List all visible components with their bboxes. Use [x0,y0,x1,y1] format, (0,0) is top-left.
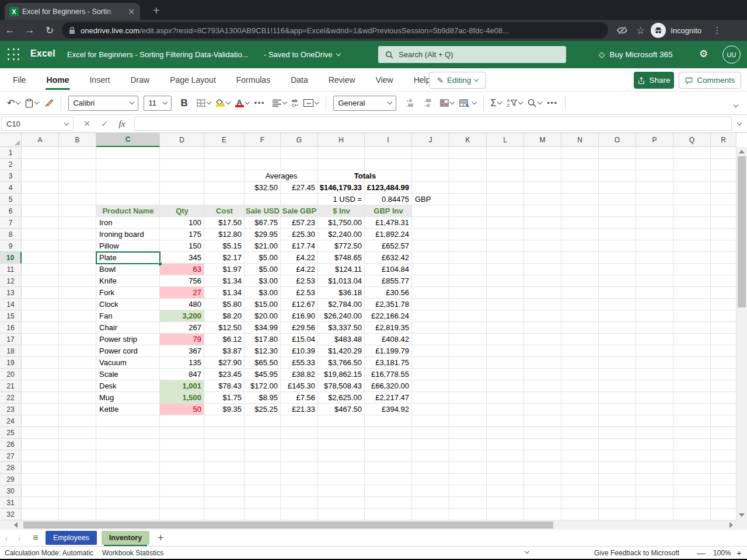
cell-C23-product[interactable]: Kettle [96,404,160,415]
insert-function-icon[interactable]: fx [113,119,131,129]
alignment-button[interactable] [273,99,287,107]
cell-G17[interactable]: £15.04 [281,334,318,345]
formula-input[interactable] [134,117,732,131]
column-header-J[interactable]: J [412,133,449,147]
row-header-3[interactable]: 3 [0,170,22,182]
reload-icon[interactable]: ↻ [40,24,60,37]
cell-C19-product[interactable]: Vacuum [96,357,160,369]
document-title[interactable]: Excel for Beginners - Sorting Filtering … [67,50,248,59]
cell-F15[interactable]: $20.00 [245,310,281,322]
paste-button[interactable] [25,99,39,108]
row-header-1[interactable]: 1 [0,147,22,159]
cell-E22[interactable]: $1.75 [204,392,245,404]
font-size-select[interactable]: 11 [144,96,172,111]
increase-decimal-button[interactable]: .00→0 [423,99,431,107]
cell-E9[interactable]: $5.15 [204,240,245,252]
row-header-21[interactable]: 21 [0,380,22,392]
selected-cell-outline[interactable] [96,251,160,264]
cell-D17-qty[interactable]: 79 [160,334,204,345]
row-header-19[interactable]: 19 [0,357,22,369]
column-header-A[interactable]: A [22,133,59,147]
cell-E14[interactable]: $5.80 [204,299,245,310]
expand-formula-bar-icon[interactable] [737,120,742,125]
row-header-13[interactable]: 13 [0,287,22,299]
more-font-options[interactable]: ••• [254,99,266,107]
cell-E8[interactable]: $12.80 [204,229,245,240]
cell-D10-qty[interactable]: 345 [160,252,204,264]
scroll-right-icon[interactable] [729,522,733,528]
select-all-corner[interactable] [0,133,22,147]
cell-F19[interactable]: $65.50 [245,357,281,369]
cell-H15[interactable]: $26,240.00 [318,310,365,322]
column-header-N[interactable]: N [561,133,599,147]
cell-E17[interactable]: $6.12 [204,334,245,345]
cell-F12[interactable]: $3.00 [245,275,281,287]
cell-C17-product[interactable]: Power strip [96,334,160,345]
column-header-G[interactable]: G [281,133,318,147]
cell-D14-qty[interactable]: 480 [160,299,204,310]
all-sheets-menu-icon[interactable]: ≡ [26,533,46,543]
cell-G12[interactable]: £2.53 [281,275,318,287]
column-header-Q[interactable]: Q [673,133,711,147]
app-launcher-icon[interactable] [8,48,20,61]
cell-G19[interactable]: £55.33 [281,357,318,369]
cell-H21[interactable]: $78,508.43 [318,380,365,392]
ribbon-tab-file[interactable]: File [13,68,26,92]
bookmark-star-icon[interactable]: ☆ [636,24,645,36]
app-name[interactable]: Excel [30,48,55,59]
ribbon-tab-insert[interactable]: Insert [89,68,110,92]
cell-E19[interactable]: $27.90 [204,357,245,369]
header-sale-gbp[interactable]: Sale GBP [281,205,318,217]
prev-sheet-icon[interactable]: ‹ [0,533,13,543]
row-header-28[interactable]: 28 [0,462,22,474]
comments-button[interactable]: Comments [679,72,741,89]
cell-G16[interactable]: £29.56 [281,322,318,334]
horizontal-scroll-thumb[interactable] [23,522,553,528]
cell-G18[interactable]: £10.39 [281,345,318,357]
cell-E11[interactable]: $1.97 [204,264,245,275]
cell-H13[interactable]: $36.18 [318,287,365,299]
row-header-4[interactable]: 4 [0,182,22,194]
format-painter-button[interactable] [44,99,54,108]
cell-C8-product[interactable]: Ironing board [96,229,160,240]
tracking-protection-eye-icon[interactable] [616,24,628,36]
row-header-7[interactable]: 7 [0,217,22,229]
cell-C18-product[interactable]: Power cord [96,345,160,357]
cell-F11[interactable]: $5.00 [245,264,281,275]
cell-D13-qty[interactable]: 27 [160,287,204,299]
header-gbp-inv[interactable]: GBP Inv [365,205,412,217]
row-header-31[interactable]: 31 [0,497,22,509]
column-header-H[interactable]: H [318,133,365,147]
cancel-icon[interactable]: ✕ [78,119,96,128]
row-header-20[interactable]: 20 [0,369,22,380]
cell-F10[interactable]: $5.00 [245,252,281,264]
row-header-15[interactable]: 15 [0,310,22,322]
scroll-down-icon[interactable] [739,513,745,517]
font-color-button[interactable]: A [235,99,249,107]
ribbon-tab-data[interactable]: Data [291,68,308,92]
cell-I8[interactable]: £1,892.24 [365,229,412,240]
cell-H20[interactable]: $19,862.15 [318,369,365,380]
row-header-14[interactable]: 14 [0,299,22,310]
tab-close-icon[interactable]: ✕ [127,7,135,16]
cell-C14-product[interactable]: Clock [96,299,160,310]
cell-F14[interactable]: $15.00 [245,299,281,310]
column-header-P[interactable]: P [636,133,673,147]
cell-H23[interactable]: $467.50 [318,404,365,415]
column-header-O[interactable]: O [599,133,636,147]
cell-I10[interactable]: £632.42 [365,252,412,264]
sheet-tab-inventory[interactable]: Inventory [102,531,149,545]
cell-G14[interactable]: £12.67 [281,299,318,310]
cell-G7[interactable]: £57.23 [281,217,318,229]
cell-C16-product[interactable]: Chair [96,322,160,334]
cell-G15[interactable]: £16.90 [281,310,318,322]
zoom-level[interactable]: 100% [713,549,731,557]
cell-F20[interactable]: $45.95 [245,369,281,380]
cell-G23[interactable]: £21.33 [281,404,318,415]
cell-H22[interactable]: $2,625.00 [318,392,365,404]
row-header-12[interactable]: 12 [0,275,22,287]
back-icon[interactable]: ← [0,24,20,36]
cell-C7-product[interactable]: Iron [96,217,160,229]
cell-C20-product[interactable]: Scale [96,369,160,380]
zoom-out-button[interactable]: — [697,548,706,558]
